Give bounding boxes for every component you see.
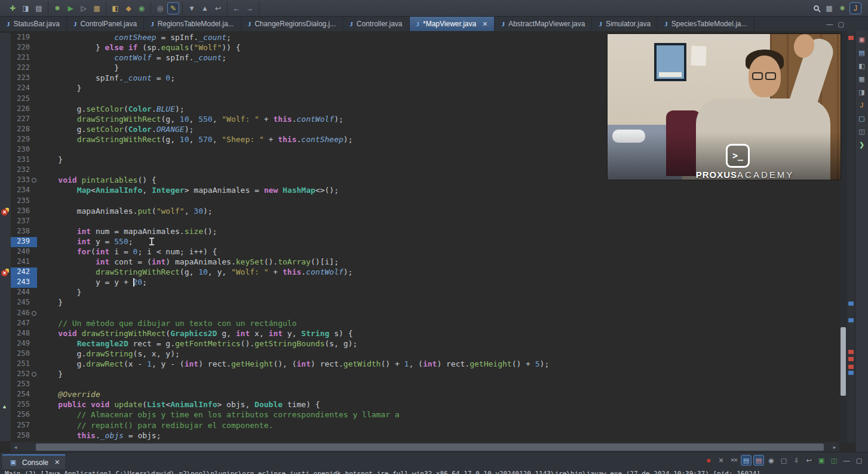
tab-simulator-java[interactable]: JSimulator.java xyxy=(592,17,658,31)
horizontal-scrollbar-thumb[interactable] xyxy=(36,444,824,451)
minimize-panel-icon[interactable]: — xyxy=(841,455,852,466)
code-line-248[interactable]: 248 void drawStringWithRect(Graphics2D g… xyxy=(0,329,839,339)
code-line-235[interactable]: 235 xyxy=(0,196,839,207)
back-icon[interactable]: ← xyxy=(231,2,243,14)
code-line-241[interactable]: 241 int cont = (int) mapaAnimales.keySet… xyxy=(0,257,839,267)
info-overview-marker[interactable] xyxy=(848,371,854,375)
code-line-242[interactable]: ✕242 drawStringWithRect(g, 10, y, "Wolf:… xyxy=(0,267,839,278)
tab-regionstablemodel-ja-[interactable]: JRegionsTableModel.ja... xyxy=(144,17,241,31)
scroll-right-icon[interactable]: ▸ xyxy=(830,444,839,450)
tab-controller-java[interactable]: JController.java xyxy=(343,17,409,31)
tasks-view-icon[interactable]: ◫ xyxy=(857,127,867,136)
terminate-icon[interactable]: ■ xyxy=(703,455,714,466)
new-class-icon[interactable]: ◉ xyxy=(136,2,148,14)
remove-launch-icon[interactable]: ✕ xyxy=(716,455,726,466)
maximize-icon[interactable]: ▢ xyxy=(838,20,844,28)
maximize-panel-icon[interactable]: ▢ xyxy=(854,455,864,466)
fold-marker-icon[interactable] xyxy=(32,178,36,183)
code-line-249[interactable]: 249 Rectangle2D rect = g.getFontMetrics(… xyxy=(0,339,839,349)
fold-marker-icon[interactable] xyxy=(32,311,36,316)
open-type-icon[interactable]: ◎ xyxy=(154,2,166,14)
code-line-244[interactable]: 244 } xyxy=(0,288,839,298)
code-line-256[interactable]: 256 // Almacenar objs y time en los atri… xyxy=(0,410,839,420)
java-perspective-icon[interactable]: J xyxy=(849,2,861,14)
forward-icon[interactable]: → xyxy=(244,2,256,14)
code-line-234[interactable]: 234 Map<AnimalInfo, Integer> mapaAnimale… xyxy=(0,186,839,196)
error-overview-marker[interactable] xyxy=(848,357,854,361)
code-line-257[interactable]: 257 // repaint() para redibujar el compo… xyxy=(0,421,839,431)
code-line-253[interactable]: 253 xyxy=(0,380,839,390)
fold-marker-icon[interactable] xyxy=(32,372,36,377)
tab-statusbar-java[interactable]: JStatusBar.java xyxy=(0,17,67,31)
code-line-252[interactable]: 252 } xyxy=(0,370,839,380)
scroll-left-icon[interactable]: ◂ xyxy=(11,444,20,450)
code-line-250[interactable]: 250 g.drawString(s, x, y); xyxy=(0,349,839,359)
code-line-245[interactable]: 245 } xyxy=(0,298,839,308)
error-marker-icon[interactable]: ✕ xyxy=(1,208,9,216)
code-line-240[interactable]: 240 for(int i = 0; i < num; i++) { xyxy=(0,247,839,257)
code-line-243[interactable]: 243 y = y + 20; xyxy=(0,278,839,288)
debug-perspective-icon[interactable]: ✹ xyxy=(836,2,848,14)
close-icon[interactable]: ✕ xyxy=(482,20,487,28)
code-line-251[interactable]: 251 g.drawRect(x - 1, y - (int) rect.get… xyxy=(0,359,839,370)
open-console-icon[interactable]: ▣ xyxy=(816,455,827,466)
java-browsing-view-icon[interactable]: J xyxy=(857,100,867,110)
open-perspective-icon[interactable]: ▦ xyxy=(823,2,835,14)
code-line-247[interactable]: 247 // Un método que dibujar un texto co… xyxy=(0,319,839,329)
info-overview-marker[interactable] xyxy=(848,318,854,322)
javadoc-view-icon[interactable]: ◨ xyxy=(857,87,867,97)
error-overview-marker[interactable] xyxy=(848,365,854,369)
last-edit-location-icon[interactable]: ↩ xyxy=(212,2,224,14)
minimize-icon[interactable]: — xyxy=(827,20,833,27)
outline-view-icon[interactable]: ▦ xyxy=(857,74,867,84)
tab-console[interactable]: ▣ Console ✕ xyxy=(2,454,65,469)
search-view-icon[interactable]: ▤ xyxy=(857,48,867,57)
console-view-icon[interactable]: ▢ xyxy=(857,113,867,123)
code-line-254[interactable]: 254 @Override xyxy=(0,390,839,400)
next-annotation-icon[interactable]: ▼ xyxy=(186,2,198,14)
word-wrap-icon[interactable]: ↩ xyxy=(803,455,814,466)
tab-changeregionsdialog-j-[interactable]: JChangeRegionsDialog.j... xyxy=(241,17,343,31)
remove-all-terminated-icon[interactable]: ✕✕ xyxy=(728,455,739,466)
info-overview-marker[interactable] xyxy=(848,301,854,306)
code-line-255[interactable]: ▲255 public void update(List<AnimalInfo>… xyxy=(0,400,839,410)
error-overview-marker[interactable] xyxy=(848,36,854,40)
code-line-239[interactable]: 239 int y = 550; xyxy=(0,237,839,247)
pin-console-icon[interactable]: ◉ xyxy=(766,455,777,466)
tab-controlpanel-java[interactable]: JControlPanel.java xyxy=(67,17,144,31)
save-all-icon[interactable]: ◨ xyxy=(20,2,32,14)
debug-icon[interactable]: ✹ xyxy=(51,2,63,14)
code-line-258[interactable]: 258 this._objs = objs; xyxy=(0,431,839,441)
new-package-icon[interactable]: ◆ xyxy=(122,2,134,14)
previous-annotation-icon[interactable]: ▲ xyxy=(199,2,211,14)
code-line-246[interactable]: 246 xyxy=(0,309,839,319)
code-line-238[interactable]: 238 int num = mapaAnimales.size(); xyxy=(0,227,839,237)
error-overview-marker[interactable] xyxy=(848,350,854,354)
search-icon[interactable] xyxy=(810,2,822,14)
show-console-stdout-icon[interactable]: ▤ xyxy=(741,455,752,466)
error-marker-icon[interactable]: ✕ xyxy=(1,269,9,276)
external-tools-icon[interactable]: ▷ xyxy=(78,2,90,14)
new-wizard-icon[interactable]: ✚ xyxy=(7,2,19,14)
tab--mapviewer-java[interactable]: J*MapViewer.java✕ xyxy=(410,17,495,31)
new-java-project-icon[interactable]: ◧ xyxy=(109,2,121,14)
mark-occurrences-icon[interactable]: ✎ xyxy=(167,2,179,14)
show-console-stderr-icon[interactable]: ▤ xyxy=(753,455,764,466)
scroll-lock-icon[interactable]: ⇩ xyxy=(791,455,802,466)
coverage-icon[interactable]: ▦ xyxy=(91,2,103,14)
overview-ruler[interactable] xyxy=(847,31,855,442)
clear-console-icon[interactable]: ▢ xyxy=(778,455,789,466)
new-console-view-icon[interactable]: ◫ xyxy=(829,455,839,466)
close-icon[interactable]: ✕ xyxy=(54,458,60,466)
terminal-view-icon[interactable]: ❯ xyxy=(857,140,867,149)
tab-speciestablemodel-ja-[interactable]: JSpeciesTableModel.ja... xyxy=(658,17,754,31)
tab-abstractmapviewer-java[interactable]: JAbstractMapViewer.java xyxy=(495,17,592,31)
horizontal-scrollbar[interactable]: ◂ ▸ xyxy=(11,442,839,452)
run-icon[interactable]: ▶ xyxy=(65,2,76,14)
project-explorer-view-icon[interactable]: ◧ xyxy=(857,61,867,70)
code-line-236[interactable]: ✕236 mapaAnimales.put("wolf", 30); xyxy=(0,207,839,217)
code-line-237[interactable]: 237 xyxy=(0,217,839,227)
vertical-scrollbar-thumb[interactable] xyxy=(841,327,846,396)
print-icon[interactable]: ▤ xyxy=(33,2,45,14)
coverage-view-icon[interactable]: ▣ xyxy=(857,35,867,44)
